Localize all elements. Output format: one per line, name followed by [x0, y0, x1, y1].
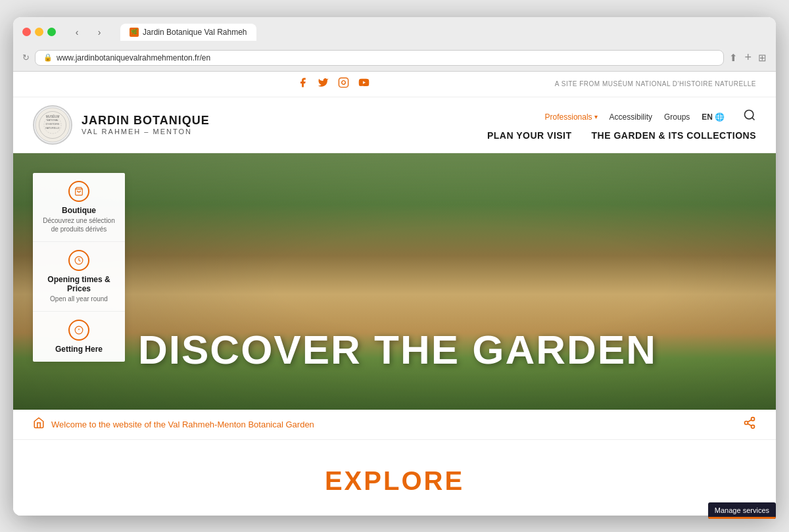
opening-times-card[interactable]: Opening times & Prices Open all year rou… — [33, 242, 125, 312]
add-tab-icon[interactable]: + — [744, 51, 752, 64]
back-button[interactable]: ‹ — [68, 25, 86, 39]
svg-point-10 — [745, 110, 753, 119]
share-icon[interactable] — [743, 416, 756, 433]
museum-logo: MUSÉUM NATIONAL D'HISTOIRE NATURELLE — [33, 105, 72, 145]
mnhn-label: A SITE FROM MUSÉUM NATIONAL D'HISTOIRE N… — [555, 80, 756, 87]
top-nav: Professionals ▾ Accessibility Groups EN … — [545, 109, 756, 125]
search-button[interactable] — [743, 109, 756, 125]
hero-title: DISCOVER THE GARDEN — [138, 329, 756, 370]
sub-name: VAL RAHMEH – MENTON — [82, 128, 210, 135]
lock-icon: 🔒 — [43, 53, 53, 62]
nav-plan-visit[interactable]: PLAN YOUR VISIT — [487, 130, 572, 141]
explore-title: EXPLORE — [33, 466, 756, 496]
svg-point-19 — [752, 425, 755, 428]
svg-rect-0 — [339, 78, 348, 87]
svg-text:NATIONAL: NATIONAL — [47, 119, 59, 122]
header-nav: Professionals ▾ Accessibility Groups EN … — [223, 109, 756, 141]
info-icon — [68, 320, 89, 341]
breadcrumb-left: Welcome to the website of the Val Rahmeh… — [33, 417, 314, 431]
opening-title: Opening times & Prices — [39, 275, 118, 293]
website-content: A SITE FROM MUSÉUM NATIONAL D'HISTOIRE N… — [13, 72, 776, 516]
boutique-icon — [68, 181, 89, 202]
social-icons — [112, 77, 555, 91]
browser-action-buttons: ⬆ + ⊞ — [729, 51, 767, 64]
boutique-sub: Découvrez une sélection de produits déri… — [39, 216, 118, 233]
main-header: MUSÉUM NATIONAL D'HISTOIRE NATURELLE JAR… — [13, 97, 776, 153]
main-nav: PLAN YOUR VISIT THE GARDEN & ITS COLLECT… — [487, 130, 756, 141]
maximize-button[interactable] — [47, 28, 56, 36]
lang-button[interactable]: EN 🌐 — [702, 112, 725, 122]
svg-text:D'HISTOIRE: D'HISTOIRE — [46, 123, 60, 126]
svg-text:NATURELLE: NATURELLE — [45, 126, 60, 129]
nav-groups[interactable]: Groups — [664, 112, 690, 122]
browser-tabs: 🌿 Jardin Botanique Val Rahmeh — [120, 24, 256, 41]
active-tab[interactable]: 🌿 Jardin Botanique Val Rahmeh — [120, 24, 256, 41]
forward-button[interactable]: › — [90, 25, 108, 39]
logo-text: JARDIN BOTANIQUE VAL RAHMEH – MENTON — [82, 114, 210, 135]
boutique-card[interactable]: Boutique Découvrez une sélection de prod… — [33, 173, 125, 242]
explore-section: EXPLORE — [13, 440, 776, 516]
breadcrumb-bar: Welcome to the website of the Val Rahmeh… — [13, 410, 776, 440]
manage-services-bar — [708, 517, 776, 519]
sidebar-toggle-icon[interactable]: ⊞ — [758, 52, 767, 64]
twitter-icon[interactable] — [318, 77, 329, 91]
opening-sub: Open all year round — [39, 295, 118, 303]
svg-point-17 — [752, 417, 755, 420]
address-bar[interactable]: 🔒 www.jardinbotaniquevalrahmehmenton.fr/… — [35, 50, 724, 66]
social-bar: A SITE FROM MUSÉUM NATIONAL D'HISTOIRE N… — [13, 72, 776, 97]
close-button[interactable] — [22, 28, 31, 36]
nav-garden-collections[interactable]: THE GARDEN & ITS COLLECTIONS — [592, 130, 756, 141]
clock-icon — [68, 250, 89, 271]
manage-services-button[interactable]: Manage services — [708, 502, 776, 519]
svg-line-21 — [748, 420, 752, 422]
browser-controls: ‹ › — [68, 25, 108, 39]
sidebar-cards: Boutique Découvrez une sélection de prod… — [33, 173, 125, 362]
getting-here-title: Getting Here — [39, 345, 118, 354]
facebook-icon[interactable] — [297, 77, 308, 91]
share-browser-icon[interactable]: ⬆ — [729, 52, 738, 64]
tab-label: Jardin Botanique Val Rahmeh — [143, 28, 247, 37]
svg-line-20 — [748, 423, 752, 425]
tab-favicon: 🌿 — [130, 28, 139, 37]
nav-professionals[interactable]: Professionals ▾ — [545, 112, 598, 122]
minimize-button[interactable] — [35, 28, 43, 36]
home-icon[interactable] — [33, 417, 45, 431]
hero-text: DISCOVER THE GARDEN — [138, 329, 756, 370]
svg-point-18 — [745, 421, 748, 424]
svg-line-11 — [752, 118, 755, 120]
globe-icon: 🌐 — [715, 112, 725, 122]
logo-area: MUSÉUM NATIONAL D'HISTOIRE NATURELLE JAR… — [33, 105, 210, 145]
nav-accessibility[interactable]: Accessibility — [610, 112, 652, 122]
breadcrumb-text: Welcome to the website of the Val Rahmeh… — [51, 420, 314, 429]
address-bar-row: ↻ 🔒 www.jardinbotaniquevalrahmehmenton.f… — [22, 46, 767, 71]
hero-section: Boutique Découvrez une sélection de prod… — [13, 153, 776, 410]
youtube-icon[interactable] — [358, 77, 370, 91]
brand-name: JARDIN BOTANIQUE — [82, 114, 210, 128]
reload-controls: ↻ — [22, 53, 30, 62]
getting-here-card[interactable]: Getting Here — [33, 312, 125, 362]
reload-icon[interactable]: ↻ — [22, 53, 30, 62]
instagram-icon[interactable] — [338, 77, 349, 91]
boutique-title: Boutique — [39, 206, 118, 215]
chevron-down-icon: ▾ — [594, 113, 598, 120]
traffic-lights — [22, 28, 56, 36]
url-display: www.jardinbotaniquevalrahmehmenton.fr/en — [57, 53, 210, 62]
browser-chrome: ‹ › 🌿 Jardin Botanique Val Rahmeh ↻ 🔒 ww… — [13, 17, 776, 72]
